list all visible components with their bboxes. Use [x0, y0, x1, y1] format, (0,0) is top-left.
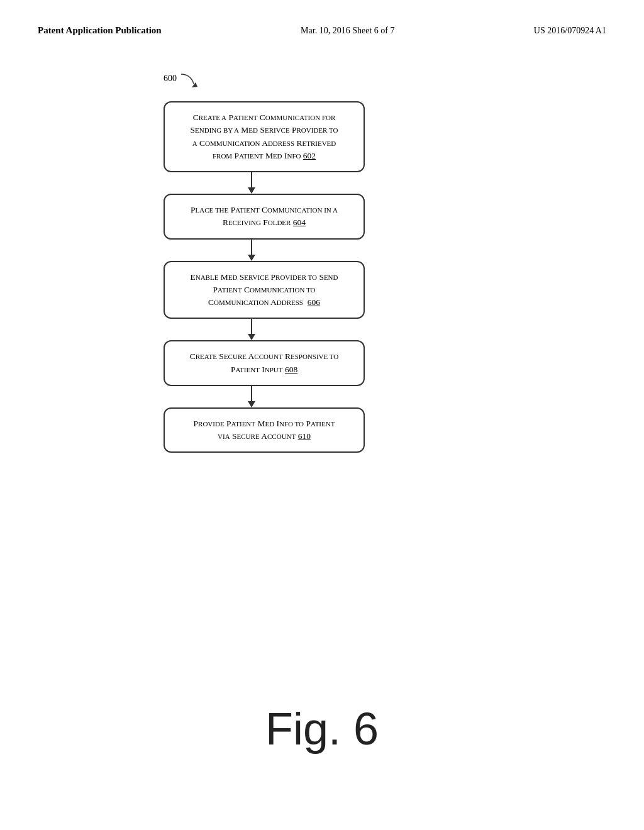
box-604-ref: 604	[293, 218, 306, 227]
flow-box-610: PROVIDE PATIENT MED INFO TO PATIENT VIA …	[164, 407, 365, 453]
page: Patent Application Publication Mar. 10, …	[0, 0, 644, 830]
box-606-text: ENABLE MED SERVICE PROVIDER TO SEND PATI…	[190, 272, 338, 307]
flow-box-606: ENABLE MED SERVICE PROVIDER TO SEND PATI…	[164, 261, 365, 319]
arrow-4	[248, 386, 255, 407]
flow-label-number: 600	[164, 74, 177, 84]
flow-items: CREATE A PATIENT COMMUNICATION FOR SENDI…	[138, 101, 365, 453]
figure-label: Fig. 6	[0, 703, 644, 755]
header-publication-label: Patent Application Publication	[38, 25, 162, 36]
flow-box-602: CREATE A PATIENT COMMUNICATION FOR SENDI…	[164, 101, 365, 172]
box-602-text: CREATE A PATIENT COMMUNICATION FOR SENDI…	[191, 113, 338, 160]
flow-start-arrow	[178, 71, 203, 96]
arrow-2	[248, 240, 255, 261]
flow-box-604: PLACE THE PATIENT COMMUNICATION IN A REC…	[164, 194, 365, 240]
box-602-ref: 602	[303, 151, 316, 160]
box-610-text: PROVIDE PATIENT MED INFO TO PATIENT VIA …	[194, 419, 335, 441]
box-604-text: PLACE THE PATIENT COMMUNICATION IN A REC…	[191, 205, 338, 227]
arrow-1	[248, 172, 255, 194]
box-608-text: CREATE SECURE ACCOUNT RESPONSIVE TO PATI…	[190, 351, 339, 374]
header-date-sheet: Mar. 10, 2016 Sheet 6 of 7	[301, 26, 394, 36]
svg-marker-0	[192, 82, 197, 87]
flow-box-608: CREATE SECURE ACCOUNT RESPONSIVE TO PATI…	[164, 340, 365, 386]
box-608-ref: 608	[285, 365, 297, 374]
header: Patent Application Publication Mar. 10, …	[38, 25, 606, 36]
header-patent-number: US 2016/070924 A1	[534, 26, 606, 36]
box-606-ref: 606	[308, 297, 320, 307]
arrow-3	[248, 319, 255, 340]
flow-diagram: 600 CREATE A PATIENT COMMUNICATION FOR S…	[138, 74, 606, 453]
box-610-ref: 610	[298, 431, 311, 441]
